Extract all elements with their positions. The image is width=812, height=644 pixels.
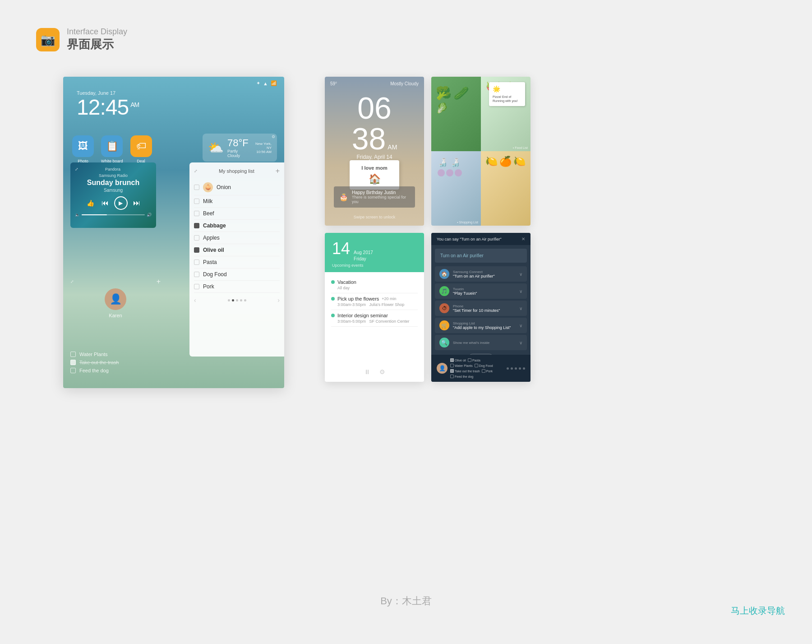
- lock-unlock-text: Swipe screen to unlock: [325, 215, 424, 219]
- shopping-item-onion[interactable]: 🧅 Onion: [194, 180, 280, 195]
- avatar[interactable]: 👤: [105, 288, 126, 310]
- weather-widget[interactable]: ⛅ 78°F Partly Cloudy New York, NY 10:56 …: [203, 134, 277, 162]
- voice-item-text-shopping: Shopping List "Add apple to my Shopping …: [453, 321, 516, 330]
- checkbox-milk[interactable]: [194, 199, 199, 204]
- checkbox-pork[interactable]: [194, 284, 199, 289]
- lock-time-display: 06 38 AM Friday, April 14: [325, 93, 424, 160]
- item-name-pasta: Pasta: [203, 259, 217, 265]
- lock-note-text: I love mom: [356, 165, 393, 171]
- screen-voice: You can say "Turn on an Air purifier" ✕ …: [431, 233, 531, 382]
- checkbox-apples[interactable]: [194, 235, 199, 241]
- bluetooth-icon: ✦: [256, 80, 260, 86]
- voice-item-tuuein[interactable]: 🎵 Tuuein "Play Tuuein" ∨: [435, 283, 527, 299]
- music-expand-icon[interactable]: ⤢: [75, 167, 78, 171]
- profile-expand-icon[interactable]: ⤢: [70, 279, 74, 284]
- voice-close-icon[interactable]: ✕: [521, 236, 525, 241]
- shopping-item-milk[interactable]: Milk: [194, 195, 280, 208]
- wifi-icon: 📶: [271, 80, 277, 86]
- checkbox-dogfood[interactable]: [194, 272, 199, 277]
- shopping-item-oliveoil[interactable]: Olive oil: [194, 244, 280, 256]
- voice-item-connect[interactable]: 🏠 Samsung Connect "Turn on an Air purifi…: [435, 266, 527, 282]
- app-icon-deal[interactable]: 🏷 Deal: [130, 135, 152, 163]
- task-check-trash[interactable]: [70, 360, 76, 365]
- task-check-water[interactable]: [70, 352, 76, 357]
- task-feed-dog[interactable]: Feed the dog: [70, 366, 161, 375]
- checkbox-onion[interactable]: [194, 185, 199, 190]
- task-trash[interactable]: Take out the trash: [70, 358, 161, 366]
- shopping-expand-icon[interactable]: ⤢: [194, 169, 198, 173]
- weather-location: New York, NY: [252, 142, 272, 150]
- fridge-cell-top-right: 🌟 Pizza! End of Running with you! 🍓🍓🍓 ▪ …: [481, 77, 531, 151]
- shopping-item-cabbage[interactable]: Cabbage: [194, 220, 280, 232]
- shopping-add-button[interactable]: +: [276, 167, 280, 175]
- profile-add-button[interactable]: +: [157, 278, 161, 286]
- profile-header-row: ⤢ +: [70, 278, 161, 286]
- music-prev-icon[interactable]: ⏮: [102, 199, 109, 207]
- music-emoji-icon[interactable]: 👍: [87, 199, 94, 207]
- clock-display: 12:45AM: [77, 97, 139, 118]
- main-screen: ✦ ▲ 📶 Tuesday, June 17 12:45AM 🖼 Photo 📋…: [63, 77, 284, 388]
- shopping-item-pork[interactable]: Pork: [194, 281, 280, 293]
- shopping-prev-arrow[interactable]: ‹: [194, 297, 196, 304]
- cal-event-vacation[interactable]: Vacation All day: [331, 277, 418, 293]
- tuuein-icon: 🎵: [439, 286, 449, 296]
- dot-2: [232, 299, 234, 301]
- settings-icon[interactable]: ⚙: [272, 134, 275, 139]
- voice-header-text: You can say "Turn on an Air purifier": [437, 237, 502, 241]
- voice-avatar: 👤: [437, 363, 448, 374]
- lock-birthday-title: Happy Birthday Justin: [352, 190, 410, 195]
- voice-bottom-bar: 👤 Olive oil Pasta Water Plants Dog Food: [431, 355, 531, 382]
- cal-settings-button[interactable]: ⚙: [379, 368, 385, 375]
- ampm-label: AM: [130, 101, 139, 108]
- checkbox-beef[interactable]: [194, 211, 199, 216]
- mini-item-oliveoil: Olive oil: [450, 358, 466, 362]
- item-name-milk: Milk: [203, 198, 212, 204]
- checkbox-cabbage[interactable]: [194, 223, 199, 228]
- cal-event-seminar[interactable]: Interior design seminar 3:00am-5:00pm SF…: [331, 310, 418, 327]
- arrow-icon-1: ∨: [519, 272, 522, 277]
- item-name-onion: Onion: [217, 184, 231, 190]
- voice-item-timer[interactable]: ⏱ Phone "Set Timer for 10 minutes" ∨: [435, 301, 527, 316]
- volume-bar[interactable]: [82, 214, 145, 215]
- voice-item-inside[interactable]: 🔍 Show me what's inside ∨: [435, 335, 527, 350]
- voice-item-shopping[interactable]: 🛒 Shopping List "Add apple to my Shoppin…: [435, 318, 527, 333]
- music-play-button[interactable]: ▶: [114, 196, 128, 210]
- mini-check-5: [450, 369, 454, 373]
- shopping-item-pasta[interactable]: Pasta: [194, 256, 280, 269]
- screen-calendar: 14 Aug 2017 Friday Upcoming events Vacat…: [325, 233, 424, 382]
- voice-item-text-inside: Show me what's inside: [453, 341, 516, 345]
- music-next-icon[interactable]: ⏭: [133, 199, 140, 207]
- photo-icon-box: 🖼: [72, 135, 94, 157]
- shopping-title: My shopping list: [219, 168, 254, 174]
- main-screen-inner: ✦ ▲ 📶 Tuesday, June 17 12:45AM 🖼 Photo 📋…: [63, 77, 284, 388]
- cal-pause-button[interactable]: ⏸: [364, 368, 370, 375]
- weather-desc: Partly Cloudy: [227, 149, 249, 158]
- task-water-plants[interactable]: Water Plants: [70, 350, 161, 358]
- clock-time: 12:45: [77, 95, 129, 119]
- mini-item-trash: Take out the trash: [450, 369, 480, 373]
- mini-check-7: [450, 375, 454, 378]
- cal-event-title-seminar: Interior design seminar: [331, 313, 418, 318]
- shopping-next-arrow[interactable]: ›: [277, 297, 280, 304]
- voice-shopping-mini: Olive oil Pasta Water Plants Dog Food Ta…: [450, 358, 504, 378]
- music-header: ⤢ Pandora: [75, 167, 152, 171]
- volume-fill: [82, 214, 107, 215]
- event-dot: [331, 280, 335, 284]
- shopping-item-beef[interactable]: Beef: [194, 208, 280, 220]
- cal-event-flowers[interactable]: Pick up the flowers +20 min 3:00am-3:50p…: [331, 293, 418, 310]
- shopping-item-dogfood[interactable]: Dog Food: [194, 269, 280, 281]
- fridge-note-emoji: 🌟: [493, 85, 521, 94]
- checkbox-pasta[interactable]: [194, 259, 199, 265]
- app-icon-photo[interactable]: 🖼 Photo: [72, 135, 94, 163]
- app-icon-whiteboard[interactable]: 📋 White board: [101, 135, 123, 163]
- fridge-content: 🥦 🥒 🥬 🌟 Pizza! End of Running with you! …: [431, 77, 531, 226]
- shopping-item-apples[interactable]: Apples: [194, 232, 280, 244]
- footer-link[interactable]: 马上收录导航: [731, 605, 785, 617]
- mini-item-waterplants: Water Plants: [450, 364, 473, 367]
- vacation-title: Vacation: [337, 279, 356, 285]
- checkbox-oliveoil[interactable]: [194, 247, 199, 253]
- task-check-dog[interactable]: [70, 368, 76, 373]
- mini-label-5: Take out the trash: [455, 370, 480, 373]
- cal-upcoming-label: Upcoming events: [332, 263, 417, 268]
- fridge-shopping-list-label: ▪ Shopping List: [457, 221, 478, 224]
